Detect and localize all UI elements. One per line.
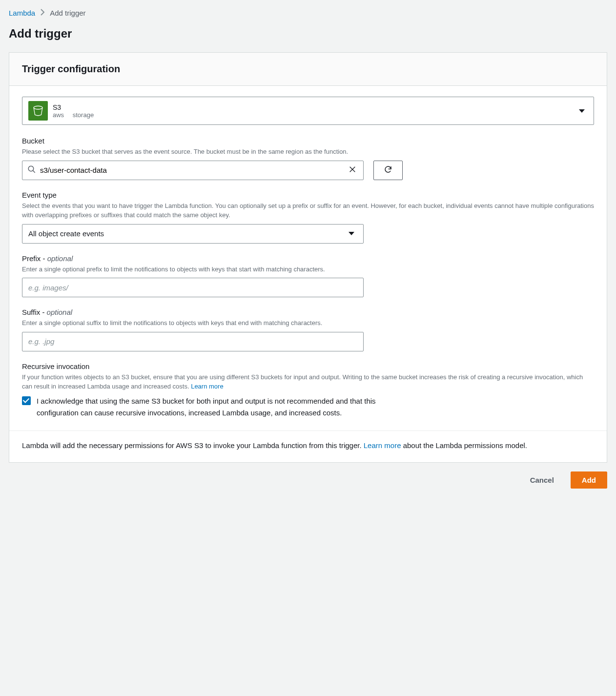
close-icon (349, 165, 356, 175)
acknowledge-checkbox[interactable] (22, 396, 31, 405)
caret-down-icon (579, 109, 585, 113)
svg-line-2 (33, 170, 35, 173)
svg-point-0 (34, 106, 42, 109)
suffix-field: Suffix - optional Enter a single optiona… (22, 308, 594, 351)
event-type-hint: Select the events that you want to have … (22, 201, 594, 220)
action-buttons: Cancel Add (9, 463, 607, 497)
caret-down-icon (349, 232, 354, 235)
bucket-search-wrapper (22, 161, 364, 180)
permissions-learn-more-link[interactable]: Learn more (364, 441, 401, 450)
refresh-button[interactable] (373, 161, 403, 180)
prefix-label: Prefix - optional (22, 254, 594, 263)
bucket-field: Bucket Please select the S3 bucket that … (22, 137, 594, 180)
source-name: S3 (53, 103, 101, 111)
recursive-hint: If your function writes objects to an S3… (22, 372, 594, 391)
bucket-input[interactable] (36, 166, 347, 174)
suffix-label: Suffix - optional (22, 308, 594, 316)
prefix-hint: Enter a single optional prefix to limit … (22, 265, 594, 274)
bucket-hint: Please select the S3 bucket that serves … (22, 147, 594, 157)
prefix-field: Prefix - optional Enter a single optiona… (22, 254, 594, 298)
clear-input-button[interactable] (347, 164, 358, 177)
event-type-selected: All object create events (28, 229, 104, 238)
recursive-field: Recursive invocation If your function wr… (22, 362, 594, 419)
prefix-input[interactable] (22, 278, 364, 297)
recursive-label: Recursive invocation (22, 362, 594, 370)
event-type-label: Event type (22, 191, 594, 199)
cancel-button[interactable]: Cancel (519, 471, 565, 489)
breadcrumb-root-link[interactable]: Lambda (9, 9, 35, 17)
chevron-right-icon (40, 9, 45, 17)
source-vendor-tag: aws (53, 111, 64, 119)
bucket-label: Bucket (22, 137, 594, 145)
search-icon (27, 165, 36, 175)
s3-bucket-icon (28, 101, 48, 121)
breadcrumb-current: Add trigger (50, 9, 85, 17)
panel-header: Trigger configuration (9, 53, 607, 86)
permissions-footer: Lambda will add the necessary permission… (9, 430, 607, 462)
refresh-icon (384, 165, 392, 175)
suffix-hint: Enter a single optional suffix to limit … (22, 318, 594, 328)
recursive-learn-more-link[interactable]: Learn more (191, 383, 223, 390)
source-category-tag: storage (73, 111, 94, 119)
trigger-source-select[interactable]: S3 aws storage (22, 97, 594, 125)
svg-point-1 (28, 166, 34, 171)
trigger-config-panel: Trigger configuration S3 aws storage Buc… (9, 52, 607, 463)
suffix-input[interactable] (22, 332, 364, 351)
event-type-field: Event type Select the events that you wa… (22, 191, 594, 244)
event-type-select[interactable]: All object create events (22, 224, 364, 244)
acknowledge-text: I acknowledge that using the same S3 buc… (37, 395, 393, 419)
page-title: Add trigger (9, 27, 607, 41)
breadcrumb: Lambda Add trigger (9, 9, 607, 17)
add-button[interactable]: Add (571, 471, 607, 489)
panel-title: Trigger configuration (22, 63, 594, 75)
